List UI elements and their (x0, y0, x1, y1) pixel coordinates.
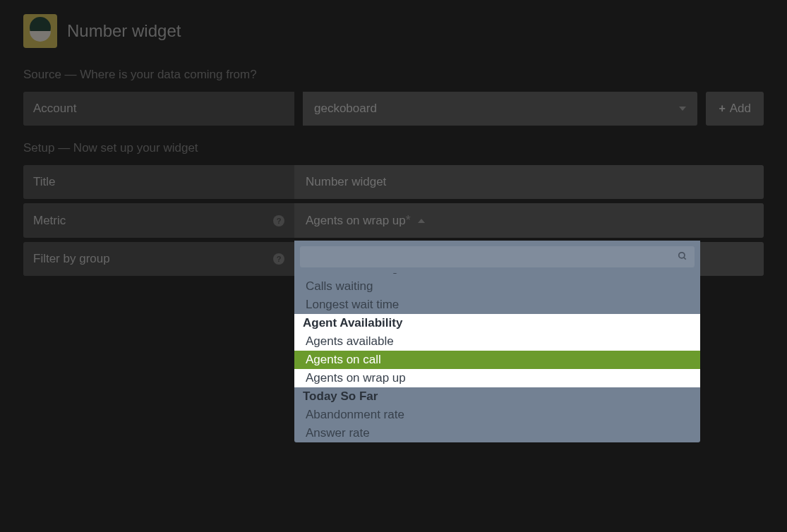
title-row: Title (23, 165, 764, 199)
dropdown-option[interactable]: Agents available (294, 332, 700, 351)
dropdown-group-header: Today So Far (294, 387, 700, 406)
dropdown-group-header: Agent Availability (294, 314, 700, 332)
metric-label-text: Metric (33, 214, 66, 228)
metric-select[interactable]: Agents on wrap up * (294, 203, 764, 238)
dropdown-option[interactable]: Agents on wrap up (294, 369, 700, 387)
dropdown-option[interactable]: Abandonment rate (294, 406, 700, 424)
add-button-label: Add (730, 102, 751, 116)
help-icon[interactable]: ? (273, 215, 284, 226)
metric-value: Agents on wrap up (306, 214, 406, 228)
metric-dropdown: Callbacks waitingCalls waitingLongest wa… (294, 241, 700, 442)
header: Number widget (23, 14, 764, 48)
dropdown-option[interactable]: Longest wait time (294, 296, 700, 314)
filter-label-text: Filter by group (33, 252, 110, 266)
integration-logo-icon (23, 14, 57, 48)
dropdown-option[interactable]: Calls waiting (294, 277, 700, 296)
dropdown-list: Callbacks waitingCalls waitingLongest wa… (294, 273, 700, 442)
account-row: Account geckoboard + Add (23, 92, 764, 126)
page-title: Number widget (67, 21, 181, 41)
caret-up-icon (418, 219, 425, 223)
plus-icon: + (719, 102, 725, 115)
help-icon[interactable]: ? (273, 253, 284, 265)
account-value: geckoboard (314, 102, 377, 116)
account-select[interactable]: geckoboard (303, 92, 697, 126)
metric-label: Metric ? (23, 203, 294, 238)
account-label: Account (23, 92, 294, 126)
dropdown-option[interactable]: Answer rate (294, 424, 700, 442)
dropdown-search-input[interactable] (300, 246, 695, 267)
filter-label: Filter by group ? (23, 242, 294, 276)
metric-row: Metric ? Agents on wrap up * (23, 203, 764, 238)
title-label: Title (23, 165, 294, 199)
svg-line-1 (684, 257, 686, 259)
dropdown-option[interactable]: Agents on call (294, 351, 700, 369)
search-icon (678, 251, 687, 263)
add-account-button[interactable]: + Add (706, 92, 764, 126)
title-input[interactable] (294, 165, 764, 199)
svg-point-0 (679, 252, 685, 258)
caret-down-icon (679, 107, 686, 111)
required-asterisk-icon: * (406, 213, 411, 228)
setup-section-label: Setup — Now set up your widget (23, 141, 764, 155)
source-section-label: Source — Where is your data coming from? (23, 68, 764, 82)
